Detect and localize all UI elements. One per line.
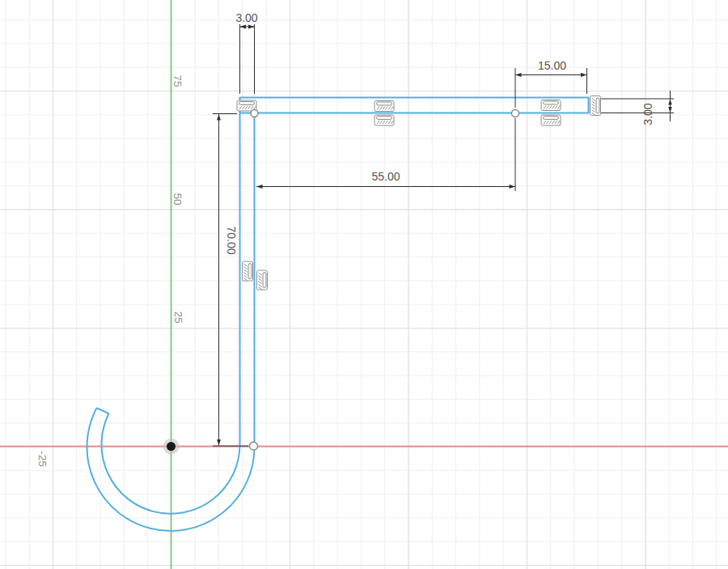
axis-label-neg-25: -25 [36,451,48,467]
dimension-top-thickness[interactable] [240,24,255,94]
dimension-label-end-offset[interactable]: 15.00 [538,60,566,71]
constraint-icon[interactable] [375,115,394,125]
sketch-point[interactable] [250,442,258,450]
constraint-icon[interactable] [257,270,268,290]
axis-label-25: 25 [172,311,184,323]
dimension-label-right-thickness[interactable]: 3.00 [642,103,654,125]
sketch-profile[interactable] [87,98,589,531]
sketch-canvas[interactable]: 3.00 15.00 55.00 70.00 3.00 75 50 25 -25 [0,0,728,569]
constraint-icon[interactable] [590,96,601,116]
sketch-point[interactable] [512,110,519,117]
sketch-top-bar[interactable] [240,98,589,447]
constraint-icon[interactable] [541,100,561,111]
dimension-label-top-thickness[interactable]: 3.00 [235,12,257,23]
origin-point-icon[interactable] [163,439,180,455]
dimension-right-thickness[interactable] [591,91,674,121]
sketch-hook-end-cap[interactable] [97,408,109,414]
sketch-point[interactable] [251,110,258,117]
constraint-icon[interactable] [243,261,253,281]
axis-label-50: 50 [171,193,183,205]
dimension-label-height[interactable]: 70.00 [226,226,237,254]
constraint-icon[interactable] [375,101,394,112]
dimension-label-bar-length[interactable]: 55.00 [371,171,400,182]
constraint-icon[interactable] [541,115,561,125]
axis-label-75: 75 [171,74,183,87]
